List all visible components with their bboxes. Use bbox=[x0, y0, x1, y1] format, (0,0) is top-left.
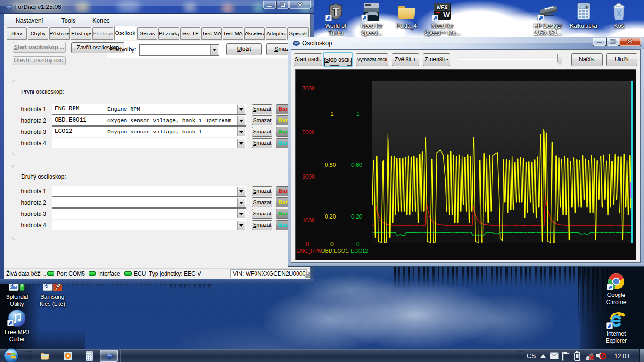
svg-text:0: 0 bbox=[586, 5, 587, 9]
svg-text:W: W bbox=[443, 10, 450, 18]
svg-text:NFS: NFS bbox=[437, 4, 448, 11]
